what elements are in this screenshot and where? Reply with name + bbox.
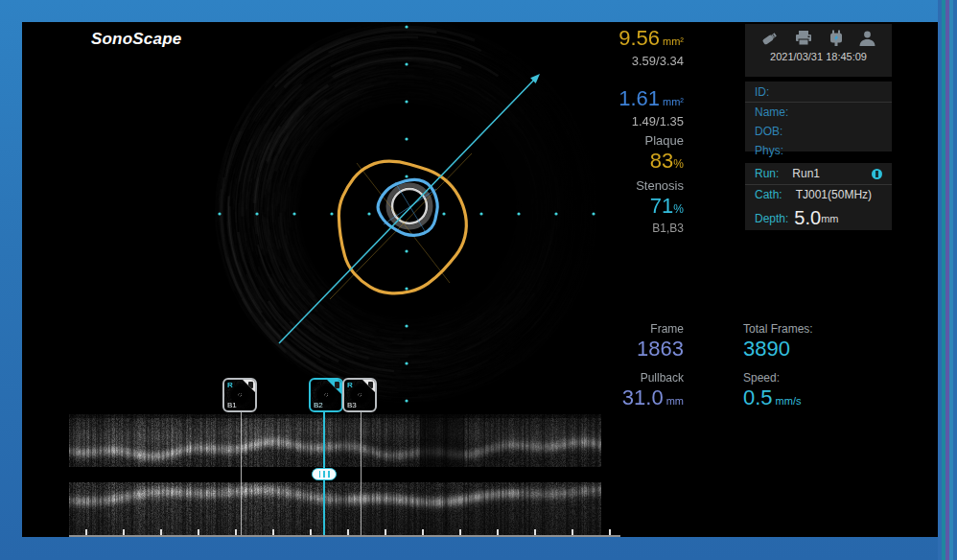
depth-unit: mm (821, 213, 838, 224)
lumen-diameters: 1.49/1.35 (502, 114, 684, 129)
printer-icon[interactable] (794, 30, 813, 47)
total-frames-value: 3890 (743, 337, 813, 362)
toolbar-icons (755, 30, 882, 47)
frame-label: Frame (502, 322, 684, 336)
speed-label: Speed: (743, 371, 813, 385)
frame-slider-handle[interactable] (312, 468, 337, 480)
patient-phys-label: Phys: (745, 141, 892, 160)
patient-panel[interactable]: ID: Name: DOB: Phys: (745, 82, 892, 152)
frame-info: Frame 1863 Pullback 31.0mm (502, 322, 684, 413)
run-info-icon[interactable] (872, 169, 882, 179)
run-label: Run: (755, 167, 779, 180)
depth-row: Depth: 5.0 mm (745, 204, 892, 232)
patient-dob-label: DOB: (745, 122, 892, 141)
brand-logo: SonoScape (91, 30, 181, 49)
totals-info: Total Frames: 3890 Speed: 0.5mm/s (743, 322, 813, 413)
app-screen: SonoScape 9.56mm² 3.59/3.34 1.61mm² 1.49… (22, 22, 938, 537)
catheter-row: Cath: TJ001(50MHz) (745, 185, 892, 204)
usb-icon[interactable] (760, 30, 780, 47)
bookmark-id: B3 (347, 401, 357, 409)
stenosis-reference: B1,B3 (502, 222, 684, 236)
bezel-right-stripes (938, 0, 957, 560)
bookmark-id: B1 (227, 401, 237, 409)
cath-value: TJ001(50MHz) (796, 188, 882, 201)
lumen-area-value: 1.61mm² (502, 86, 684, 114)
patient-id-label: ID: (745, 82, 892, 103)
pullback-value: 31.0mm (502, 385, 684, 413)
vessel-area-value: 9.56mm² (502, 26, 684, 54)
cath-label: Cath: (755, 188, 782, 201)
pullback-ruler (69, 535, 620, 537)
plaque-percent-sign: % (673, 157, 684, 171)
system-toolbar: 2021/03/31 18:45:09 (745, 24, 892, 77)
stenosis-label: Stenosis (502, 178, 684, 194)
bookmark-flag: R (227, 381, 233, 389)
plaque-label: Plaque (502, 133, 684, 149)
patient-name-label: Name: (745, 103, 892, 122)
user-icon[interactable] (858, 30, 876, 47)
plaque-number: 83 (650, 149, 673, 173)
pullback-number: 31.0 (622, 385, 664, 409)
bookmark-id: B2 (314, 401, 323, 409)
depth-value: 5.0 (794, 207, 821, 229)
measurement-panel: 9.56mm² 3.59/3.34 1.61mm² 1.49/1.35 Plaq… (502, 26, 684, 236)
pullback-ruler-ticks (85, 529, 622, 535)
bookmark-flag: R (347, 381, 353, 389)
power-plug-icon[interactable] (829, 30, 844, 47)
stenosis-value: 71% (502, 194, 684, 222)
run-panel: Run: Run1 Cath: TJ001(50MHz) Depth: 5.0 … (745, 163, 892, 230)
bookmark-line-b3 (361, 412, 362, 535)
bookmark-thumb-b1[interactable]: R B1 (222, 378, 257, 412)
pullback-label: Pullback (502, 371, 684, 385)
datetime-display: 2021/03/31 18:45:09 (755, 51, 882, 62)
total-frames-label: Total Frames: (743, 322, 813, 336)
run-value: Run1 (792, 167, 872, 180)
pullback-unit: mm (666, 395, 684, 407)
plaque-value: 83% (502, 149, 684, 176)
slider-grip-icon (312, 468, 337, 480)
run-selector[interactable]: Run: Run1 (745, 163, 892, 185)
stenosis-number: 71 (650, 194, 673, 218)
vessel-area-unit: mm² (663, 35, 684, 47)
lumen-area-unit: mm² (663, 96, 684, 107)
depth-label: Depth: (755, 212, 788, 225)
speed-unit: mm/s (776, 395, 802, 407)
stenosis-percent-sign: % (673, 202, 684, 216)
bookmark-thumb-b3[interactable]: R B3 (342, 378, 377, 412)
vessel-area-number: 9.56 (619, 26, 660, 50)
lumen-area-number: 1.61 (619, 86, 660, 110)
bookmark-thumb-b2[interactable]: B2 (309, 378, 343, 412)
speed-number: 0.5 (743, 385, 773, 409)
bookmark-line-b1 (241, 412, 242, 535)
vessel-diameters: 3.59/3.34 (502, 54, 684, 69)
frame-value: 1863 (502, 337, 684, 362)
speed-value: 0.5mm/s (743, 385, 813, 413)
bezel-frame: SonoScape 9.56mm² 3.59/3.34 1.61mm² 1.49… (0, 0, 957, 560)
